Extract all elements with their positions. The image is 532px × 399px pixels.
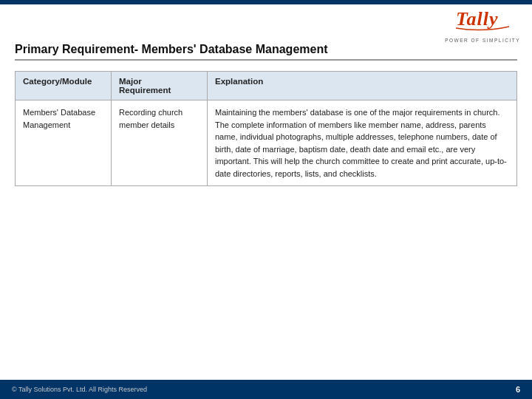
- top-border: [0, 0, 532, 4]
- header-explanation: Explanation: [208, 72, 517, 100]
- tally-logo-svg: Tally: [453, 6, 512, 34]
- cell-major: Recording church member details: [112, 100, 208, 186]
- cell-explanation: Maintaining the members' database is one…: [208, 100, 517, 186]
- main-table: Category/Module MajorRequirement Explana…: [15, 71, 517, 186]
- footer-page-number: 6: [516, 385, 520, 394]
- table-row: Members' Database Management Recording c…: [16, 100, 517, 186]
- header-category: Category/Module: [16, 72, 112, 100]
- cell-category: Members' Database Management: [16, 100, 112, 186]
- footer: © Tally Solutions Pvt. Ltd. All Rights R…: [0, 380, 532, 399]
- logo-tagline: POWER OF SIMPLICITY: [445, 38, 520, 43]
- slide-title: Primary Requirement- Members' Database M…: [15, 43, 517, 61]
- slide-container: Tally POWER OF SIMPLICITY Primary Requir…: [0, 0, 532, 399]
- table-header-row: Category/Module MajorRequirement Explana…: [16, 72, 517, 100]
- footer-copyright: © Tally Solutions Pvt. Ltd. All Rights R…: [12, 386, 147, 393]
- logo-area: Tally POWER OF SIMPLICITY: [445, 6, 520, 43]
- svg-text:Tally: Tally: [456, 8, 498, 30]
- header-major: MajorRequirement: [112, 72, 208, 100]
- tally-logo: Tally POWER OF SIMPLICITY: [445, 6, 520, 43]
